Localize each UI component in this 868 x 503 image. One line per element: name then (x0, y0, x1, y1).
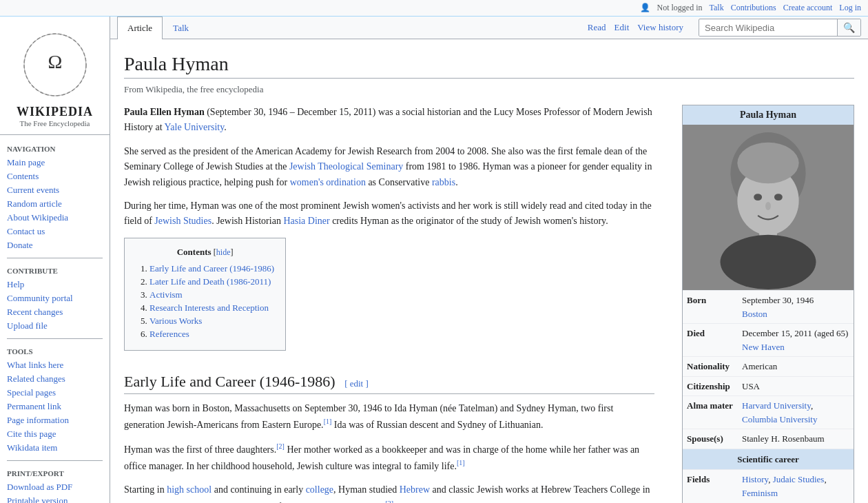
jts-link[interactable]: Jewish Theological Seminary (289, 161, 403, 172)
toc-link-1[interactable]: Early Life and Career (1946-1986) (149, 263, 274, 274)
sidebar-item-upload[interactable]: Upload file (7, 319, 103, 333)
toc-link-4[interactable]: Research Interests and Reception (149, 302, 269, 313)
sci-career-header: Scientific career (683, 449, 854, 470)
sidebar-item-recent-changes[interactable]: Recent changes (7, 305, 103, 319)
sidebar-item-help[interactable]: Help (7, 278, 103, 291)
citizenship-label: Citizenship (683, 376, 738, 396)
toc-link-2[interactable]: Later Life and Death (1986-2011) (149, 276, 271, 287)
born-value: September 30, 1946 Boston (738, 291, 854, 324)
died-value: December 15, 2011 (aged 65) New Haven (738, 324, 854, 357)
infobox-row-spouse: Spouse(s) Stanley H. Rosenbaum (683, 429, 854, 449)
sidebar-item-what-links[interactable]: What links here (7, 358, 103, 372)
search-button[interactable]: 🔍 (837, 19, 860, 36)
toc-item-6: References (149, 329, 274, 340)
edit-link[interactable]: Edit (614, 22, 630, 33)
wikipedia-logo: Ω (21, 30, 90, 99)
history-link[interactable]: History (742, 474, 768, 484)
sidebar: Ω WIKIPEDIA The Free Encyclopedia Naviga… (0, 17, 110, 503)
contribute-section: Contribute Help Community portal Recent … (0, 263, 110, 334)
infobox-row-nationality: Nationality American (683, 357, 854, 377)
college-link[interactable]: college (306, 484, 333, 495)
hebrew-link[interactable]: Hebrew (400, 484, 430, 495)
sidebar-item-printable[interactable]: Printable version (7, 494, 103, 503)
article-text: Paula Ellen Hyman (September 30, 1946 – … (124, 105, 654, 503)
sidebar-item-related-changes[interactable]: Related changes (7, 372, 103, 386)
womens-ordination-link[interactable]: women's ordination (290, 177, 366, 187)
section1-heading: Early Life and Career (1946-1986) [ edit… (124, 373, 654, 394)
sidebar-item-main-page[interactable]: Main page (7, 156, 103, 170)
tab-bar: Article Talk Read Edit View history 🔍 (110, 17, 868, 39)
create-account-link[interactable]: Create account (783, 3, 833, 13)
toc-link-6[interactable]: References (149, 329, 189, 339)
ref1: [1] (324, 418, 332, 425)
login-link[interactable]: Log in (839, 3, 861, 13)
section1-edit-link[interactable]: [ edit ] (344, 378, 369, 389)
talk-link[interactable]: Talk (710, 3, 724, 13)
fields-label: Fields (683, 470, 738, 503)
sidebar-item-cite[interactable]: Cite this page (7, 427, 103, 441)
view-history-link[interactable]: View history (637, 22, 683, 33)
toc-title: Contents [hide] (136, 247, 274, 258)
judaic-link[interactable]: Judaic Studies (773, 474, 825, 484)
content-wrap: Article Talk Read Edit View history 🔍 Pa… (110, 17, 868, 503)
ref2b: [2] (385, 500, 393, 503)
born-label: Born (683, 291, 738, 324)
hasia-diner-link[interactable]: Hasia Diner (283, 216, 329, 226)
print-title: Print/export (7, 469, 103, 478)
sidebar-item-about[interactable]: About Wikipedia (7, 211, 103, 225)
not-logged-in-text: Not logged in (657, 3, 703, 13)
tab-talk[interactable]: Talk (163, 17, 199, 39)
print-section: Print/export Download as PDF Printable v… (0, 465, 110, 503)
page-title: Paula Hyman (124, 53, 854, 79)
toc-hide-link[interactable]: hide (216, 247, 231, 257)
columbia-link[interactable]: Columbia University (742, 414, 817, 424)
sidebar-item-special[interactable]: Special pages (7, 386, 103, 400)
section1-para3: Starting in high school and continuing i… (124, 482, 654, 503)
yale-link[interactable]: Yale University (165, 122, 225, 132)
search-input[interactable] (699, 20, 837, 36)
sidebar-item-random[interactable]: Random article (7, 197, 103, 211)
infobox-row-alma: Alma mater Harvard University, Columbia … (683, 396, 854, 429)
harvard-link[interactable]: Harvard University (742, 400, 811, 411)
sidebar-item-download-pdf[interactable]: Download as PDF (7, 480, 103, 494)
toc-item-4: Research Interests and Reception (149, 302, 274, 314)
top-bar: 👤 Not logged in Talk Contributions Creat… (0, 0, 868, 17)
toc: Contents [hide] Early Life and Career (1… (124, 238, 286, 351)
sidebar-item-wikidata[interactable]: Wikidata item (7, 441, 103, 455)
contribute-title: Contribute (7, 267, 103, 275)
toc-link-3[interactable]: Activism (149, 289, 183, 300)
sidebar-item-donate[interactable]: Donate (7, 238, 103, 252)
section1-para2: Hyman was the first of three daughters.[… (124, 441, 654, 474)
infobox: Paula Hyman (682, 105, 854, 503)
born-place-link[interactable]: Boston (742, 309, 767, 319)
infobox-title: Paula Hyman (683, 105, 854, 125)
subject-name: Paula Ellen Hyman (124, 107, 205, 117)
alma-label: Alma mater (683, 396, 738, 429)
user-icon: 👤 (640, 3, 650, 13)
sidebar-item-page-info[interactable]: Page information (7, 413, 103, 427)
intro-paragraph: Paula Ellen Hyman (September 30, 1946 – … (124, 105, 654, 136)
sidebar-item-contents[interactable]: Contents (7, 170, 103, 183)
read-link[interactable]: Read (588, 22, 606, 33)
sidebar-item-contact[interactable]: Contact us (7, 225, 103, 238)
infobox-photo (683, 125, 854, 290)
svg-point-10 (721, 235, 816, 289)
high-school-link[interactable]: high school (167, 484, 211, 495)
rabbis-link[interactable]: rabbis (432, 177, 455, 187)
tab-article[interactable]: Article (117, 17, 163, 39)
contributions-link[interactable]: Contributions (731, 3, 776, 13)
sidebar-item-permanent[interactable]: Permanent link (7, 400, 103, 413)
tools-section: Tools What links here Related changes Sp… (0, 343, 110, 456)
nationality-value: American (738, 357, 854, 377)
toc-link-5[interactable]: Various Works (149, 316, 202, 326)
died-place-link[interactable]: New Haven (742, 342, 785, 352)
toc-item-1: Early Life and Career (1946-1986) (149, 263, 274, 274)
svg-point-6 (754, 194, 762, 201)
feminism-link[interactable]: Feminism (742, 488, 778, 498)
section1-para1: Hyman was born in Boston, Massachusetts … (124, 401, 654, 433)
fields-value: History, Judaic Studies, Feminism (738, 470, 854, 503)
sidebar-item-community[interactable]: Community portal (7, 291, 103, 305)
toc-item-2: Later Life and Death (1986-2011) (149, 276, 274, 287)
sidebar-item-current-events[interactable]: Current events (7, 183, 103, 197)
jewish-studies-link[interactable]: Jewish Studies (154, 216, 211, 226)
